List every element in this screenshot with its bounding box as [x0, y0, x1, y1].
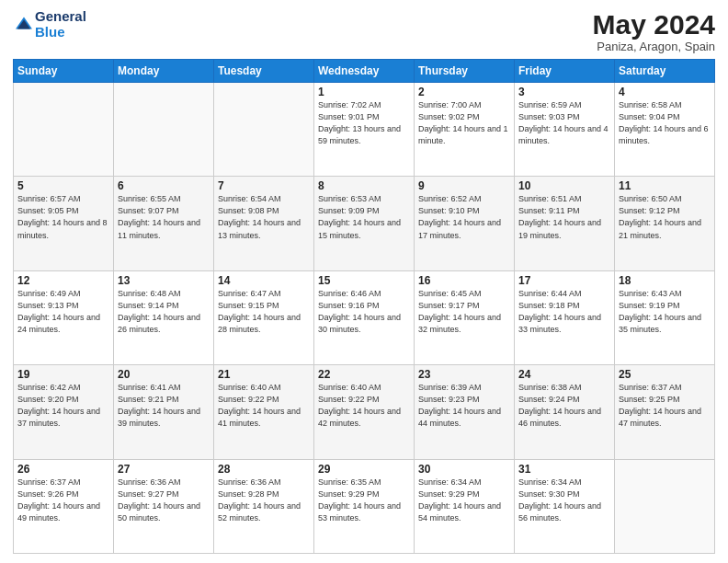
day-info: Sunrise: 6:57 AMSunset: 9:05 PMDaylight:…	[17, 193, 109, 241]
calendar-cell: 28Sunrise: 6:36 AMSunset: 9:28 PMDayligh…	[214, 459, 314, 553]
day-info: Sunrise: 6:50 AMSunset: 9:12 PMDaylight:…	[619, 193, 711, 241]
calendar-cell: 15Sunrise: 6:46 AMSunset: 9:16 PMDayligh…	[314, 270, 415, 364]
day-info: Sunrise: 7:00 AMSunset: 9:02 PMDaylight:…	[418, 99, 510, 147]
calendar-cell: 18Sunrise: 6:43 AMSunset: 9:19 PMDayligh…	[615, 270, 715, 364]
subtitle: Paniza, Aragon, Spain	[593, 40, 715, 53]
day-info: Sunrise: 6:36 AMSunset: 9:27 PMDaylight:…	[118, 477, 210, 524]
calendar-cell: 11Sunrise: 6:50 AMSunset: 9:12 PMDayligh…	[615, 177, 715, 270]
day-number: 3	[518, 86, 610, 98]
day-info: Sunrise: 6:41 AMSunset: 9:21 PMDaylight:…	[118, 382, 210, 430]
calendar-col-thursday: Thursday	[415, 60, 515, 83]
calendar-cell: 26Sunrise: 6:37 AMSunset: 9:26 PMDayligh…	[14, 459, 114, 553]
calendar-cell: 12Sunrise: 6:49 AMSunset: 9:13 PMDayligh…	[14, 270, 114, 364]
day-info: Sunrise: 6:45 AMSunset: 9:17 PMDaylight:…	[418, 288, 510, 336]
day-info: Sunrise: 6:52 AMSunset: 9:10 PMDaylight:…	[418, 193, 510, 241]
day-info: Sunrise: 6:46 AMSunset: 9:16 PMDaylight:…	[318, 288, 410, 336]
page: GeneralBlue May 2024 Paniza, Aragon, Spa…	[0, 0, 728, 563]
calendar-cell: 22Sunrise: 6:40 AMSunset: 9:22 PMDayligh…	[314, 365, 415, 459]
day-number: 14	[218, 274, 310, 287]
day-info: Sunrise: 6:40 AMSunset: 9:22 PMDaylight:…	[218, 382, 310, 430]
main-title: May 2024	[593, 9, 715, 40]
calendar-cell: 20Sunrise: 6:41 AMSunset: 9:21 PMDayligh…	[114, 365, 214, 459]
day-info: Sunrise: 6:40 AMSunset: 9:22 PMDaylight:…	[318, 382, 410, 430]
title-block: May 2024 Paniza, Aragon, Spain	[593, 9, 715, 53]
day-info: Sunrise: 6:39 AMSunset: 9:23 PMDaylight:…	[418, 382, 510, 430]
day-number: 20	[118, 368, 210, 381]
header: GeneralBlue May 2024 Paniza, Aragon, Spa…	[13, 9, 715, 53]
day-number: 5	[17, 179, 109, 192]
day-number: 27	[118, 463, 210, 476]
calendar-cell: 31Sunrise: 6:34 AMSunset: 9:30 PMDayligh…	[515, 459, 615, 553]
day-number: 17	[518, 274, 610, 287]
calendar-cell: 17Sunrise: 6:44 AMSunset: 9:18 PMDayligh…	[515, 270, 615, 364]
day-number: 30	[418, 463, 510, 476]
calendar-cell: 3Sunrise: 6:59 AMSunset: 9:03 PMDaylight…	[515, 83, 615, 177]
day-number: 21	[218, 368, 310, 381]
calendar-week-row: 5Sunrise: 6:57 AMSunset: 9:05 PMDaylight…	[14, 177, 715, 270]
logo: GeneralBlue	[13, 9, 86, 40]
day-info: Sunrise: 6:43 AMSunset: 9:19 PMDaylight:…	[619, 288, 711, 336]
calendar-col-tuesday: Tuesday	[214, 60, 314, 83]
day-number: 4	[619, 86, 711, 98]
day-number: 11	[619, 179, 711, 192]
day-info: Sunrise: 6:34 AMSunset: 9:29 PMDaylight:…	[418, 477, 510, 524]
day-info: Sunrise: 6:47 AMSunset: 9:15 PMDaylight:…	[218, 288, 310, 336]
calendar-cell	[615, 459, 715, 553]
day-number: 22	[318, 368, 410, 381]
calendar-col-wednesday: Wednesday	[314, 60, 415, 83]
logo-text: GeneralBlue	[35, 9, 86, 40]
day-info: Sunrise: 6:38 AMSunset: 9:24 PMDaylight:…	[518, 382, 610, 430]
calendar-cell: 30Sunrise: 6:34 AMSunset: 9:29 PMDayligh…	[415, 459, 515, 553]
day-info: Sunrise: 6:59 AMSunset: 9:03 PMDaylight:…	[518, 99, 610, 147]
day-info: Sunrise: 6:53 AMSunset: 9:09 PMDaylight:…	[318, 193, 410, 241]
day-info: Sunrise: 6:49 AMSunset: 9:13 PMDaylight:…	[17, 288, 109, 336]
day-number: 10	[518, 179, 610, 192]
calendar-cell: 13Sunrise: 6:48 AMSunset: 9:14 PMDayligh…	[114, 270, 214, 364]
calendar-cell: 27Sunrise: 6:36 AMSunset: 9:27 PMDayligh…	[114, 459, 214, 553]
day-number: 12	[17, 274, 109, 287]
day-number: 16	[418, 274, 510, 287]
day-info: Sunrise: 6:54 AMSunset: 9:08 PMDaylight:…	[218, 193, 310, 241]
day-info: Sunrise: 6:44 AMSunset: 9:18 PMDaylight:…	[518, 288, 610, 336]
calendar-week-row: 12Sunrise: 6:49 AMSunset: 9:13 PMDayligh…	[14, 270, 715, 364]
day-number: 26	[17, 463, 109, 476]
calendar-col-saturday: Saturday	[615, 60, 715, 83]
calendar-cell: 5Sunrise: 6:57 AMSunset: 9:05 PMDaylight…	[14, 177, 114, 270]
day-number: 6	[118, 179, 210, 192]
day-number: 19	[17, 368, 109, 381]
day-number: 15	[318, 274, 410, 287]
day-info: Sunrise: 6:55 AMSunset: 9:07 PMDaylight:…	[118, 193, 210, 241]
calendar-col-friday: Friday	[515, 60, 615, 83]
calendar-col-monday: Monday	[114, 60, 214, 83]
day-info: Sunrise: 7:02 AMSunset: 9:01 PMDaylight:…	[318, 99, 410, 147]
calendar-cell: 1Sunrise: 7:02 AMSunset: 9:01 PMDaylight…	[314, 83, 415, 177]
calendar-week-row: 26Sunrise: 6:37 AMSunset: 9:26 PMDayligh…	[14, 459, 715, 553]
day-number: 8	[318, 179, 410, 192]
day-number: 18	[619, 274, 711, 287]
calendar-cell: 19Sunrise: 6:42 AMSunset: 9:20 PMDayligh…	[14, 365, 114, 459]
day-info: Sunrise: 6:37 AMSunset: 9:25 PMDaylight:…	[619, 382, 711, 430]
calendar-cell	[114, 83, 214, 177]
calendar-cell: 10Sunrise: 6:51 AMSunset: 9:11 PMDayligh…	[515, 177, 615, 270]
day-number: 7	[218, 179, 310, 192]
day-info: Sunrise: 6:35 AMSunset: 9:29 PMDaylight:…	[318, 477, 410, 524]
day-info: Sunrise: 6:58 AMSunset: 9:04 PMDaylight:…	[619, 99, 711, 147]
calendar-week-row: 19Sunrise: 6:42 AMSunset: 9:20 PMDayligh…	[14, 365, 715, 459]
calendar-cell: 8Sunrise: 6:53 AMSunset: 9:09 PMDaylight…	[314, 177, 415, 270]
day-number: 29	[318, 463, 410, 476]
day-number: 2	[418, 86, 510, 98]
calendar-cell: 21Sunrise: 6:40 AMSunset: 9:22 PMDayligh…	[214, 365, 314, 459]
day-info: Sunrise: 6:42 AMSunset: 9:20 PMDaylight:…	[17, 382, 109, 430]
calendar-week-row: 1Sunrise: 7:02 AMSunset: 9:01 PMDaylight…	[14, 83, 715, 177]
day-info: Sunrise: 6:51 AMSunset: 9:11 PMDaylight:…	[518, 193, 610, 241]
day-info: Sunrise: 6:34 AMSunset: 9:30 PMDaylight:…	[518, 477, 610, 524]
calendar-cell: 16Sunrise: 6:45 AMSunset: 9:17 PMDayligh…	[415, 270, 515, 364]
calendar-cell	[14, 83, 114, 177]
calendar-table: SundayMondayTuesdayWednesdayThursdayFrid…	[13, 59, 715, 554]
day-info: Sunrise: 6:37 AMSunset: 9:26 PMDaylight:…	[17, 477, 109, 524]
day-number: 24	[518, 368, 610, 381]
day-number: 1	[318, 86, 410, 98]
calendar-cell: 25Sunrise: 6:37 AMSunset: 9:25 PMDayligh…	[615, 365, 715, 459]
calendar-cell: 29Sunrise: 6:35 AMSunset: 9:29 PMDayligh…	[314, 459, 415, 553]
day-info: Sunrise: 6:36 AMSunset: 9:28 PMDaylight:…	[218, 477, 310, 524]
